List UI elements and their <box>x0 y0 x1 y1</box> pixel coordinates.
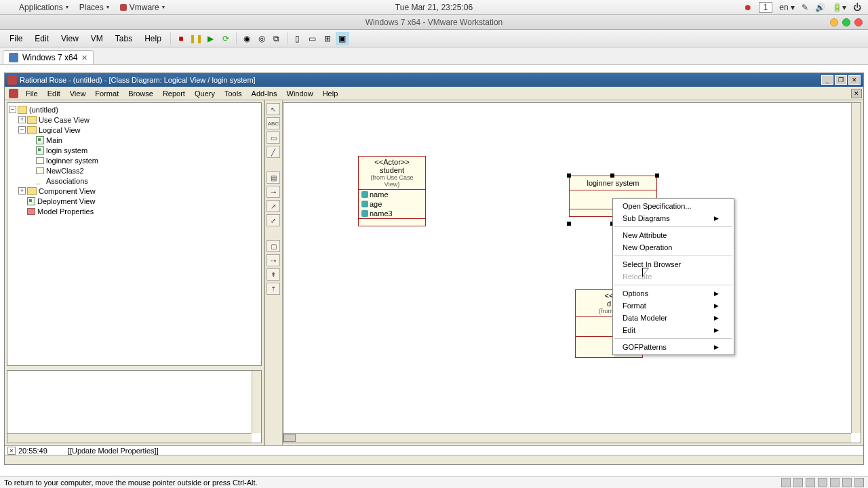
mac-menu-places[interactable]: Places▾ <box>74 3 115 12</box>
log-close-icon[interactable]: × <box>7 447 16 455</box>
tray-record-icon[interactable]: ⏺ <box>744 3 752 12</box>
rose-menu-view[interactable]: View <box>65 88 91 99</box>
tool-text-icon[interactable]: ABC <box>267 117 280 129</box>
rose-menu-edit[interactable]: Edit <box>43 88 65 99</box>
vm-dev-icon[interactable] <box>818 478 827 487</box>
tray-indicator[interactable]: 1 <box>759 2 773 13</box>
cm-edit[interactable]: Edit▶ <box>613 324 734 336</box>
vm-stop-icon[interactable]: ■ <box>174 32 188 45</box>
canvas-scrollbar-h[interactable] <box>283 433 851 443</box>
sel-handle[interactable] <box>610 174 614 178</box>
tool-realize-icon[interactable]: ⇡ <box>267 283 280 295</box>
rose-minimize-button[interactable]: _ <box>821 75 833 85</box>
tray-lang[interactable]: en ▾ <box>779 3 795 12</box>
tool-class-icon[interactable]: ▤ <box>267 171 280 184</box>
vm-play-icon[interactable]: ▶ <box>204 32 218 45</box>
vm-menu-help[interactable]: Help <box>139 32 167 45</box>
cm-select-in-browser[interactable]: Select In Browser <box>613 258 734 270</box>
vm-snapshot2-icon[interactable]: ◎ <box>255 32 269 45</box>
cm-open-spec[interactable]: Open Specification... <box>613 200 734 212</box>
mac-menu-vmware[interactable]: Vmware▾ <box>115 3 170 12</box>
tree-loginner-system[interactable]: loginner system <box>9 155 260 165</box>
canvas-scrollbar-v[interactable] <box>851 103 861 433</box>
vm-dev-icon[interactable] <box>842 478 852 487</box>
uml-class-student[interactable]: <<Actor>> student (from Use Case View) n… <box>358 156 426 226</box>
tree-associations[interactable]: ⎯Associations <box>9 176 260 186</box>
vm-pause-icon[interactable]: ❚❚ <box>189 32 203 45</box>
tool-note-icon[interactable]: ▭ <box>267 131 280 144</box>
tree-model-properties[interactable]: Model Properties <box>9 206 260 216</box>
rose-menu-addins[interactable]: Add-Ins <box>247 88 282 99</box>
rose-doc-pane[interactable] <box>7 370 262 443</box>
minimize-button[interactable] <box>830 18 838 26</box>
tool-interface-icon[interactable]: ⊸ <box>267 186 280 198</box>
scrollbar-h[interactable] <box>7 433 252 443</box>
tool-aggreg-icon[interactable]: ⤢ <box>267 214 280 226</box>
vm-dev-icon[interactable] <box>854 478 864 487</box>
cm-data-modeler[interactable]: Data Modeler▶ <box>613 312 734 324</box>
tool-anchor-icon[interactable]: ╱ <box>267 146 280 158</box>
mac-menu-applications[interactable]: Applications▾ <box>14 3 74 12</box>
tree-main[interactable]: Main <box>9 135 260 145</box>
vm-menu-tabs[interactable]: Tabs <box>110 32 138 45</box>
vm-dev-icon[interactable] <box>830 478 840 487</box>
vm-layout3-icon[interactable]: ⊞ <box>321 32 334 45</box>
vm-fullscreen-icon[interactable]: ▣ <box>336 32 349 45</box>
tool-depend-icon[interactable]: ⇢ <box>267 254 280 266</box>
cm-options[interactable]: Options▶ <box>613 287 734 300</box>
rose-child-close-button[interactable]: ✕ <box>851 89 862 98</box>
tree-component-view[interactable]: +Component View <box>9 186 260 196</box>
scrollbar-v[interactable] <box>252 371 261 433</box>
sel-handle[interactable] <box>655 174 659 178</box>
tool-assoc-icon[interactable]: ↗ <box>267 200 280 212</box>
tool-pointer-icon[interactable]: ↖ <box>267 103 280 115</box>
cm-new-operation[interactable]: New Operation <box>613 241 734 253</box>
vm-menu-view[interactable]: View <box>56 32 84 45</box>
vm-layout1-icon[interactable]: ▯ <box>291 32 304 45</box>
tree-login-system[interactable]: login system <box>9 145 260 155</box>
vm-menu-edit[interactable]: Edit <box>29 32 54 45</box>
cm-gofpatterns[interactable]: GOFPatterns▶ <box>613 341 734 353</box>
rose-menu-help[interactable]: Help <box>318 88 343 99</box>
tool-general-icon[interactable]: ↟ <box>267 268 280 281</box>
rose-menu-query[interactable]: Query <box>190 88 220 99</box>
tray-volume-icon[interactable]: 🔊 <box>815 3 825 12</box>
rose-menu-report[interactable]: Report <box>158 88 190 99</box>
rose-menu-format[interactable]: Format <box>90 88 123 99</box>
tree-newclass2[interactable]: NewClass2 <box>9 165 260 176</box>
cm-sub-diagrams[interactable]: Sub Diagrams▶ <box>613 212 734 224</box>
tree-deployment-view[interactable]: Deployment View <box>9 196 260 206</box>
maximize-button[interactable] <box>842 18 850 26</box>
vm-dev-icon[interactable] <box>781 478 791 487</box>
vm-tab-windows7[interactable]: Windows 7 x64 ✕ <box>3 50 94 64</box>
rose-close-button[interactable]: ✕ <box>848 75 861 85</box>
rose-bottom-scroll[interactable] <box>5 455 863 464</box>
tray-pen-icon[interactable]: ✎ <box>802 3 808 12</box>
close-button[interactable] <box>854 18 863 26</box>
rose-tree[interactable]: −(untitled) +Use Case View −Logical View… <box>7 102 262 366</box>
tool-package-icon[interactable]: ▢ <box>267 240 280 252</box>
vm-menu-vm[interactable]: VM <box>85 32 108 45</box>
tray-battery-icon[interactable]: 🔋▾ <box>832 3 846 12</box>
vm-tab-close-icon[interactable]: ✕ <box>81 54 87 62</box>
rose-menu-tools[interactable]: Tools <box>220 88 247 99</box>
sel-handle[interactable] <box>567 174 571 178</box>
tray-power-icon[interactable]: ⏻ <box>853 3 861 12</box>
vm-layout2-icon[interactable]: ▭ <box>306 32 319 45</box>
vm-snapshot-icon[interactable]: ◉ <box>240 32 254 45</box>
cm-new-attribute[interactable]: New Attribute <box>613 229 734 241</box>
vm-menu-file[interactable]: File <box>4 32 28 45</box>
cm-format[interactable]: Format▶ <box>613 300 734 312</box>
tree-logical-view[interactable]: −Logical View <box>9 125 260 135</box>
rose-menu-window[interactable]: Window <box>282 88 318 99</box>
vm-restart-icon[interactable]: ⟳ <box>219 32 233 45</box>
rose-canvas[interactable]: <<Actor>> student (from Use Case View) n… <box>283 102 861 443</box>
rose-menu-file[interactable]: File <box>21 88 43 99</box>
vm-snapshot3-icon[interactable]: ⧉ <box>270 32 283 45</box>
sel-handle[interactable] <box>567 222 571 226</box>
vm-dev-icon[interactable] <box>793 478 803 487</box>
tree-use-case-view[interactable]: +Use Case View <box>9 115 260 125</box>
rose-maximize-button[interactable]: ❐ <box>835 75 847 85</box>
tree-root[interactable]: −(untitled) <box>9 104 260 115</box>
rose-menu-browse[interactable]: Browse <box>123 88 158 99</box>
